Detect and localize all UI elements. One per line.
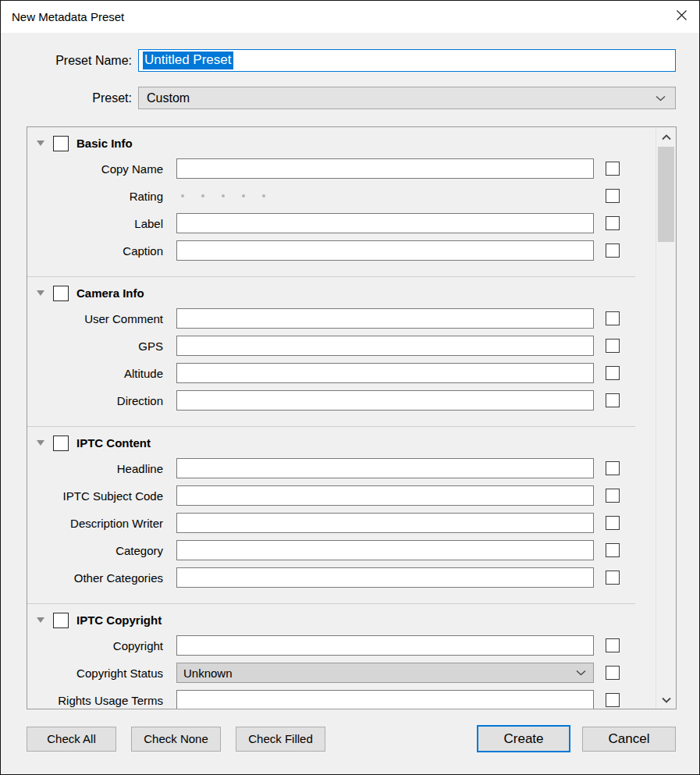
- section-checkbox[interactable]: [53, 136, 69, 151]
- row-label: Rating: [27, 190, 163, 203]
- row-label: Copy Name: [27, 162, 163, 176]
- close-button[interactable]: [664, 1, 699, 33]
- rating-dot-icon[interactable]: [181, 194, 184, 197]
- section-checkbox[interactable]: [53, 286, 69, 301]
- row-field: [176, 308, 594, 329]
- disclosure-triangle-icon[interactable]: [37, 140, 44, 146]
- field-row: GPS: [27, 336, 656, 356]
- row-label: Direction: [27, 394, 163, 407]
- check-none-button[interactable]: Check None: [131, 727, 221, 752]
- chevron-down-icon: [656, 95, 666, 101]
- disclosure-triangle-icon[interactable]: [37, 617, 44, 623]
- scrollbar-thumb[interactable]: [658, 147, 674, 242]
- vertical-scrollbar[interactable]: [656, 127, 676, 709]
- section-checkbox[interactable]: [53, 613, 69, 628]
- row-label: GPS: [27, 340, 163, 353]
- row-label: Caption: [27, 244, 163, 258]
- preset-row: Preset: Custom: [1, 87, 676, 109]
- text-input[interactable]: [176, 635, 594, 656]
- field-row: Headline: [27, 458, 656, 478]
- preset-dropdown[interactable]: Custom: [138, 87, 676, 109]
- rating-dot-icon[interactable]: [262, 194, 265, 197]
- row-field: [176, 213, 594, 233]
- rating-dot-icon[interactable]: [242, 194, 245, 197]
- row-field: [176, 390, 594, 411]
- row-checkbox[interactable]: [606, 366, 620, 380]
- text-input[interactable]: [176, 308, 594, 329]
- field-row: Copy Name: [27, 158, 656, 179]
- text-input[interactable]: [176, 567, 594, 588]
- text-input[interactable]: [176, 158, 594, 179]
- text-input[interactable]: [176, 336, 594, 356]
- field-row: Other Categories: [27, 567, 656, 588]
- scroll-up-button[interactable]: [656, 127, 676, 146]
- row-label: User Comment: [27, 312, 163, 325]
- row-checkbox[interactable]: [606, 516, 620, 530]
- row-field: [176, 158, 594, 179]
- metadata-section: IPTC Copyright Copyright Copyright Statu…: [27, 612, 656, 709]
- row-checkbox[interactable]: [606, 339, 620, 353]
- preset-name-selected-text: Untitled Preset: [143, 52, 233, 69]
- rating-dot-icon[interactable]: [201, 194, 204, 197]
- dropdown-field[interactable]: Unknown: [176, 663, 594, 683]
- text-input[interactable]: [176, 363, 594, 383]
- field-row: Altitude: [27, 363, 656, 383]
- section-rows: Copy Name Rating Label Caption: [27, 158, 656, 261]
- row-field: [176, 336, 594, 356]
- disclosure-triangle-icon[interactable]: [37, 440, 44, 446]
- preset-name-input[interactable]: Untitled Preset: [138, 49, 676, 72]
- row-checkbox[interactable]: [606, 693, 620, 707]
- section-rows: Copyright Copyright Status Unknown Right…: [27, 635, 656, 709]
- text-input[interactable]: [176, 485, 594, 506]
- rating-dot-icon[interactable]: [222, 194, 225, 197]
- new-metadata-preset-dialog: New Metadata Preset Preset Name: Untitle…: [0, 0, 700, 775]
- metadata-section: Basic Info Copy Name Rating Label Captio…: [27, 135, 656, 261]
- cancel-button[interactable]: Cancel: [582, 727, 676, 752]
- text-input[interactable]: [176, 390, 594, 411]
- section-title: IPTC Content: [76, 436, 151, 450]
- check-all-button[interactable]: Check All: [27, 727, 116, 752]
- field-row: Category: [27, 540, 656, 560]
- row-checkbox[interactable]: [606, 244, 620, 258]
- row-field: [176, 485, 594, 506]
- text-input[interactable]: [176, 690, 594, 709]
- row-checkbox[interactable]: [606, 461, 620, 475]
- text-input[interactable]: [176, 240, 594, 261]
- row-field: [176, 240, 594, 261]
- section-separator: [27, 276, 635, 277]
- row-checkbox[interactable]: [606, 216, 620, 230]
- section-checkbox[interactable]: [53, 435, 69, 451]
- row-field: [176, 635, 594, 656]
- scroll-down-button[interactable]: [656, 690, 676, 709]
- text-input[interactable]: [176, 513, 594, 533]
- row-checkbox[interactable]: [606, 162, 620, 176]
- row-field: [176, 186, 594, 206]
- disclosure-triangle-icon[interactable]: [37, 290, 44, 296]
- text-input[interactable]: [176, 458, 594, 478]
- section-separator: [27, 603, 635, 604]
- row-label: Copyright: [27, 639, 163, 652]
- section-separator: [27, 426, 635, 427]
- section-header: Basic Info: [37, 135, 656, 151]
- row-label: IPTC Subject Code: [27, 489, 163, 503]
- preset-label: Preset:: [1, 91, 132, 105]
- chevron-down-icon: [576, 670, 586, 676]
- row-checkbox[interactable]: [606, 489, 620, 503]
- title-bar: New Metadata Preset: [1, 1, 699, 33]
- text-input[interactable]: [176, 540, 594, 560]
- create-button[interactable]: Create: [477, 725, 570, 752]
- text-input[interactable]: [176, 213, 594, 233]
- dropdown-value: Unknown: [183, 667, 233, 680]
- rating-dots[interactable]: [176, 194, 265, 197]
- row-checkbox[interactable]: [606, 571, 620, 585]
- row-checkbox[interactable]: [606, 666, 620, 680]
- row-field: [176, 690, 594, 709]
- row-checkbox[interactable]: [606, 638, 620, 652]
- row-checkbox[interactable]: [606, 393, 620, 407]
- row-checkbox[interactable]: [606, 543, 620, 557]
- preset-name-label: Preset Name:: [1, 54, 132, 68]
- row-checkbox[interactable]: [606, 189, 620, 203]
- check-filled-button[interactable]: Check Filled: [236, 727, 325, 752]
- metadata-section: Camera Info User Comment GPS Altitude Di…: [27, 285, 656, 411]
- row-checkbox[interactable]: [606, 311, 620, 325]
